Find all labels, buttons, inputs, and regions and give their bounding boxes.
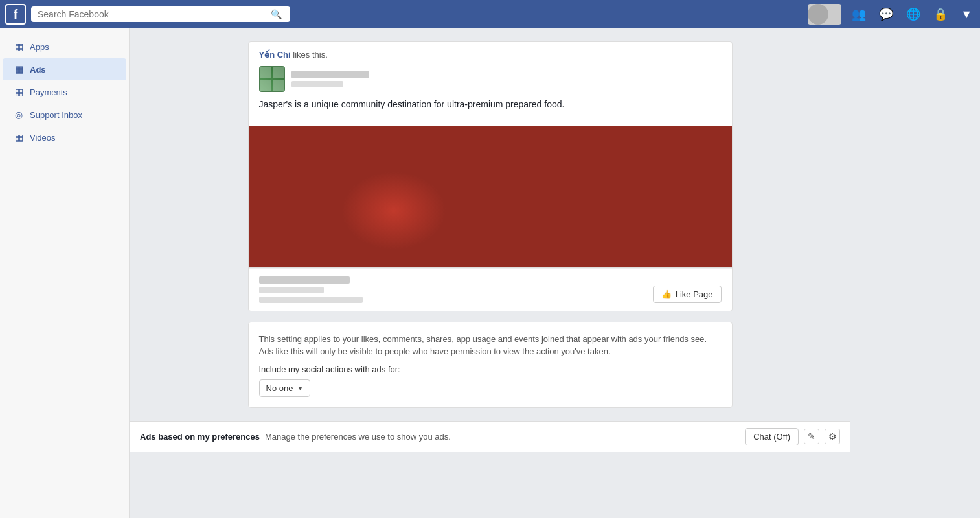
top-navigation: f 🔍 👥 💬 🌐 🔒 ▼: [0, 0, 980, 28]
right-rail: [850, 28, 980, 518]
ad-card: Yến Chi likes this.: [248, 41, 733, 311]
liked-by-suffix: likes this.: [293, 50, 327, 60]
chat-settings-button[interactable]: ⚙: [825, 429, 840, 444]
ad-header: [259, 66, 722, 92]
support-icon: ◎: [13, 109, 25, 120]
sidebar-item-apps-label: Apps: [30, 42, 49, 52]
search-bar[interactable]: 🔍: [31, 6, 290, 22]
like-page-icon: 👍: [661, 289, 672, 299]
notifications-icon[interactable]: 🌐: [904, 5, 923, 24]
apps-icon: ▦: [13, 41, 25, 52]
ad-page-stats: [259, 297, 363, 303]
search-input[interactable]: [38, 9, 271, 19]
main-content: Yến Chi likes this.: [130, 28, 850, 518]
sidebar-item-payments[interactable]: ▦ Payments: [3, 81, 126, 103]
ad-card-inner: Yến Chi likes this.: [249, 42, 732, 126]
ad-subtext-blurred: [291, 81, 343, 87]
sidebar-item-ads[interactable]: ▦ Ads: [3, 58, 126, 80]
ads-icon: ▦: [13, 63, 25, 75]
ad-image: [249, 126, 732, 268]
sidebar: ▦ Apps ▦ Ads ▦ Payments ◎ Support Inbox …: [0, 28, 130, 518]
sidebar-item-videos[interactable]: ▦ Videos: [3, 126, 126, 148]
search-icon: 🔍: [271, 9, 282, 19]
bottom-bar-right: Chat (Off) ✎ ⚙: [745, 428, 840, 445]
settings-description: This setting applies to your likes, comm…: [259, 333, 722, 358]
settings-icon: ⚙: [828, 431, 837, 442]
liked-by-link[interactable]: Yến Chi: [259, 50, 291, 60]
like-page-label: Like Page: [676, 289, 713, 299]
bottom-bar-left: Ads based on my preferences Manage the p…: [140, 432, 451, 442]
chevron-down-icon[interactable]: ▼: [958, 5, 975, 24]
like-page-button[interactable]: 👍 Like Page: [653, 286, 722, 303]
chat-label: Chat (Off): [753, 432, 790, 442]
ad-description: Jasper's is a unique community destinati…: [259, 98, 722, 111]
chat-edit-button[interactable]: ✎: [804, 429, 819, 444]
chat-button[interactable]: Chat (Off): [745, 428, 799, 445]
payments-icon: ▦: [13, 86, 25, 98]
topnav-right: 👥 💬 🌐 🔒 ▼: [808, 4, 975, 25]
dropdown-value: No one: [266, 383, 293, 393]
ad-page-details: [259, 276, 363, 303]
facebook-logo: f: [5, 4, 26, 25]
sidebar-item-videos-label: Videos: [30, 133, 56, 142]
sidebar-item-support-label: Support Inbox: [30, 110, 82, 120]
bottom-bar: Ads based on my preferences Manage the p…: [130, 421, 850, 452]
page-layout: ▦ Apps ▦ Ads ▦ Payments ◎ Support Inbox …: [0, 28, 980, 518]
vegetable-scene: [249, 126, 732, 267]
sidebar-item-ads-label: Ads: [30, 65, 46, 74]
settings-section: This setting applies to your likes, comm…: [248, 322, 733, 408]
videos-icon: ▦: [13, 131, 25, 143]
social-actions-dropdown[interactable]: No one ▼: [259, 379, 311, 397]
social-actions-label: Include my social actions with ads for:: [259, 365, 722, 374]
ads-preferences-desc: Manage the preferences we use to show yo…: [265, 432, 451, 442]
user-avatar[interactable]: [808, 4, 841, 25]
dropdown-arrow-icon: ▼: [297, 385, 303, 392]
edit-icon: ✎: [808, 431, 815, 442]
ad-name-block: [291, 71, 369, 87]
ad-page-name: [259, 276, 350, 284]
ads-preferences-label: Ads based on my preferences: [140, 432, 260, 442]
friends-icon[interactable]: 👥: [849, 5, 869, 24]
ad-page-category: [259, 287, 324, 293]
ad-bottom-info: 👍 Like Page: [249, 268, 732, 311]
ad-name-blurred: [291, 71, 369, 78]
sidebar-item-support-inbox[interactable]: ◎ Support Inbox: [3, 104, 126, 126]
avatar-image: [808, 4, 828, 25]
sidebar-item-apps[interactable]: ▦ Apps: [3, 36, 126, 58]
ad-liked-by: Yến Chi likes this.: [259, 50, 722, 60]
sidebar-item-payments-label: Payments: [30, 87, 67, 97]
ad-avatar-inner: [260, 67, 284, 91]
content-wrapper: Yến Chi likes this.: [238, 28, 743, 421]
lock-icon[interactable]: 🔒: [931, 5, 950, 24]
messages-icon[interactable]: 💬: [876, 5, 896, 24]
ad-avatar: [259, 66, 285, 92]
